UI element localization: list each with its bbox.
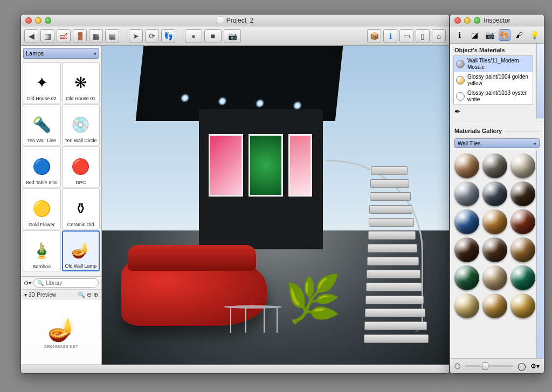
library-item-label: Ten Wall Line — [27, 137, 56, 145]
column-tool-button[interactable]: ▥ — [40, 29, 54, 43]
tab-light[interactable]: 💡 — [528, 29, 540, 41]
material-row[interactable]: Glossy paint/1013 oyster white — [454, 88, 533, 104]
document-icon — [217, 17, 224, 24]
materials-scrollbar[interactable] — [536, 44, 544, 118]
size-small-icon: ◯ — [454, 363, 460, 369]
zoom-icon[interactable] — [45, 17, 51, 24]
material-swatch[interactable] — [482, 265, 507, 290]
lamp-icon: 🪔 — [68, 237, 94, 263]
library-item[interactable]: ❋Old House 01 — [62, 62, 100, 103]
object-materials-list: Wall Tiles/11_Modern MosaicGlossy paint/… — [453, 55, 533, 104]
library-category-select[interactable]: Lamps — [23, 48, 99, 59]
lamp-icon: 🔦 — [29, 111, 54, 137]
snapshot-button[interactable]: 📷 — [224, 29, 241, 43]
library-item[interactable]: 🪔Old Wall Lamp — [62, 230, 100, 271]
pointer-tool-button[interactable]: ➤ — [129, 29, 143, 43]
inspector-footer: ◯ ◯ ⚙▾ — [450, 358, 544, 373]
tab-geometry[interactable]: ◪ — [468, 29, 480, 41]
material-swatch[interactable] — [482, 293, 507, 318]
material-name: Wall Tiles/11_Modern Mosaic — [467, 58, 530, 70]
layout-tool-button[interactable]: ▤ — [105, 29, 119, 43]
chevron-down-icon — [534, 141, 536, 146]
tab-materials[interactable]: 🎨 — [499, 29, 510, 41]
window-tool-button[interactable]: ▦ — [89, 29, 103, 43]
inspector-tabs: ℹ ◪ 📷 🎨 🖌 💡 — [450, 26, 544, 44]
material-swatch-icon — [456, 76, 465, 85]
material-name: Glossy paint/1004 golden yellow — [467, 74, 530, 86]
preview-header[interactable]: ▾ 3D Preview 🔍 ⊖ ⊕ — [21, 289, 101, 300]
minimize-icon[interactable] — [464, 17, 471, 24]
material-swatch[interactable] — [454, 181, 479, 206]
window-title: Project_2 — [21, 17, 449, 24]
library-item[interactable]: 💿Ten Wall Circle — [62, 104, 100, 145]
lamp-icon: 🎍 — [29, 237, 54, 263]
thumbnail-size-slider[interactable] — [465, 365, 513, 367]
minimize-icon[interactable] — [35, 17, 42, 24]
gear-icon[interactable]: ⚙▾ — [24, 280, 31, 286]
view-3d-button[interactable]: ▯ — [416, 29, 430, 43]
material-swatch[interactable] — [454, 209, 479, 234]
material-swatch[interactable] — [510, 265, 535, 290]
material-swatch[interactable] — [482, 237, 507, 262]
material-swatch[interactable] — [510, 209, 535, 234]
material-swatch[interactable] — [510, 293, 535, 318]
library-item[interactable]: ✦Old House 02 — [23, 62, 61, 103]
stop-button[interactable]: ■ — [204, 29, 222, 43]
library-item[interactable]: 🔦Ten Wall Line — [23, 104, 61, 145]
main-statusbar — [21, 365, 449, 373]
library-item[interactable]: ⚱Ceramic Old — [62, 188, 100, 229]
library-item[interactable]: 🔵Bed Table mini — [23, 146, 61, 187]
material-swatch[interactable] — [510, 237, 535, 262]
library-item[interactable]: 🎍Bamboo — [23, 230, 61, 271]
material-swatch[interactable] — [454, 237, 479, 262]
preview-object-icon: 🪔 — [47, 316, 75, 342]
door-tool-button[interactable]: 🚪 — [73, 29, 87, 43]
tab-info[interactable]: ℹ — [454, 29, 466, 41]
material-swatch[interactable] — [482, 153, 507, 178]
tab-brush[interactable]: 🖌 — [513, 29, 525, 41]
gear-icon[interactable]: ⚙▾ — [530, 362, 540, 370]
material-row[interactable]: Wall Tiles/11_Modern Mosaic — [454, 56, 533, 72]
preview-3d[interactable]: 🪔 ARCHIBASE NET — [21, 300, 101, 365]
material-swatch[interactable] — [454, 293, 479, 318]
info-button[interactable]: ℹ — [383, 29, 397, 43]
gallery-scrollbar[interactable] — [536, 150, 544, 358]
window-title-text: Project_2 — [226, 17, 254, 24]
lamp-icon: ⚱ — [68, 195, 94, 221]
material-swatch[interactable] — [454, 265, 479, 290]
material-swatch[interactable] — [482, 209, 507, 234]
library-item[interactable]: 🔴DPC — [62, 146, 100, 187]
inspector-window: Inspector ℹ ◪ 📷 🎨 🖌 💡 Object's Materials… — [450, 14, 544, 374]
viewport-3d[interactable]: 🌿 — [102, 46, 449, 365]
walk-tool-button[interactable]: 👣 — [161, 29, 175, 43]
library-category-label: Lamps — [26, 50, 44, 57]
material-swatch[interactable] — [454, 153, 479, 178]
close-icon[interactable] — [454, 17, 461, 24]
library-grid: ✦Old House 02❋Old House 01🔦Ten Wall Line… — [21, 61, 101, 276]
export-button[interactable]: 📦 — [367, 29, 381, 43]
tab-camera[interactable]: 📷 — [484, 29, 495, 41]
library-item[interactable]: 🟡Gold Flower — [23, 188, 61, 229]
material-row[interactable]: Glossy paint/1004 golden yellow — [454, 72, 533, 88]
gallery-category-label: Wall Tiles — [458, 141, 480, 146]
furniture-tool-button[interactable]: 🛋 — [57, 29, 71, 43]
gallery-category-select[interactable]: Wall Tiles — [454, 138, 540, 148]
lamp-icon: 🔴 — [68, 153, 94, 179]
material-name: Glossy paint/1013 oyster white — [467, 90, 530, 102]
orbit-tool-button[interactable]: ⟳ — [145, 29, 159, 43]
main-toolbar: ◀ ▥ 🛋 🚪 ▦ ▤ ➤ ⟳ 👣 ● ■ 📷 📦 ℹ ▭ ▯ ⌂ — [21, 26, 449, 46]
material-swatch[interactable] — [482, 181, 507, 206]
material-swatch[interactable] — [510, 153, 535, 178]
preview-label: 3D Preview — [29, 292, 56, 298]
library-search-input[interactable]: 🔍 Library — [33, 278, 99, 288]
record-button[interactable]: ● — [185, 29, 202, 43]
preview-zoom-controls[interactable]: 🔍 ⊖ ⊕ — [78, 291, 98, 298]
home-view-button[interactable]: ⌂ — [432, 29, 446, 43]
material-swatch[interactable] — [510, 181, 535, 206]
close-icon[interactable] — [25, 17, 32, 24]
nav-back-button[interactable]: ◀ — [24, 29, 38, 43]
library-item-label: Old House 02 — [27, 95, 57, 103]
zoom-icon[interactable] — [474, 17, 480, 24]
eyedropper-icon[interactable]: ✒ — [454, 107, 461, 116]
view-2d-button[interactable]: ▭ — [399, 29, 413, 43]
